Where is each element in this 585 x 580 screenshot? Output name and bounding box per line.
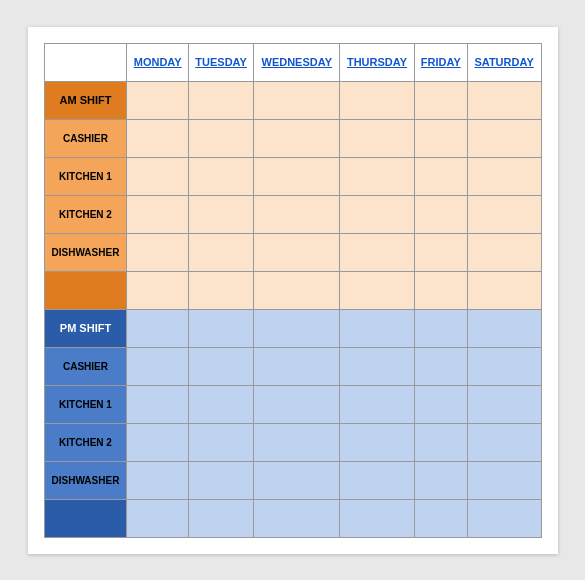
pm-cashier-tue[interactable] xyxy=(188,347,253,385)
pm-kitchen1-mon[interactable] xyxy=(127,385,188,423)
pm-kitchen1-fri[interactable] xyxy=(414,385,467,423)
col-header-thursday: THURSDAY xyxy=(340,43,415,81)
am-shift-sat[interactable] xyxy=(467,81,541,119)
pm-extra-thu[interactable] xyxy=(340,499,415,537)
am-dishwasher-tue[interactable] xyxy=(188,233,253,271)
pm-kitchen2-fri[interactable] xyxy=(414,423,467,461)
schedule-table: MONDAY TUESDAY WEDNESDAY THURSDAY FRIDAY… xyxy=(44,43,542,538)
am-extra-wed[interactable] xyxy=(254,271,340,309)
am-kitchen1-sat[interactable] xyxy=(467,157,541,195)
pm-extra-tue[interactable] xyxy=(188,499,253,537)
pm-kitchen2-row: KITCHEN 2 xyxy=(44,423,541,461)
pm-extra-sat[interactable] xyxy=(467,499,541,537)
am-dishwasher-label: DISHWASHER xyxy=(44,233,127,271)
pm-cashier-sat[interactable] xyxy=(467,347,541,385)
am-kitchen2-sat[interactable] xyxy=(467,195,541,233)
pm-dishwasher-mon[interactable] xyxy=(127,461,188,499)
pm-cashier-thu[interactable] xyxy=(340,347,415,385)
pm-kitchen2-wed[interactable] xyxy=(254,423,340,461)
pm-kitchen2-sat[interactable] xyxy=(467,423,541,461)
pm-kitchen2-thu[interactable] xyxy=(340,423,415,461)
pm-shift-label: PM SHIFT xyxy=(44,309,127,347)
am-kitchen1-mon[interactable] xyxy=(127,157,188,195)
am-cashier-thu[interactable] xyxy=(340,119,415,157)
pm-dishwasher-sat[interactable] xyxy=(467,461,541,499)
pm-cashier-wed[interactable] xyxy=(254,347,340,385)
pm-kitchen2-tue[interactable] xyxy=(188,423,253,461)
am-extra-thu[interactable] xyxy=(340,271,415,309)
pm-extra-wed[interactable] xyxy=(254,499,340,537)
am-kitchen1-fri[interactable] xyxy=(414,157,467,195)
am-kitchen2-row: KITCHEN 2 xyxy=(44,195,541,233)
am-cashier-fri[interactable] xyxy=(414,119,467,157)
am-shift-mon[interactable] xyxy=(127,81,188,119)
pm-extra-row xyxy=(44,499,541,537)
am-kitchen1-tue[interactable] xyxy=(188,157,253,195)
pm-dishwasher-row: DISHWASHER xyxy=(44,461,541,499)
am-dishwasher-fri[interactable] xyxy=(414,233,467,271)
pm-extra-fri[interactable] xyxy=(414,499,467,537)
am-kitchen1-thu[interactable] xyxy=(340,157,415,195)
am-kitchen2-mon[interactable] xyxy=(127,195,188,233)
am-kitchen1-wed[interactable] xyxy=(254,157,340,195)
pm-extra-label xyxy=(44,499,127,537)
pm-shift-row: PM SHIFT xyxy=(44,309,541,347)
pm-dishwasher-tue[interactable] xyxy=(188,461,253,499)
am-extra-row xyxy=(44,271,541,309)
am-cashier-wed[interactable] xyxy=(254,119,340,157)
col-header-wednesday: WEDNESDAY xyxy=(254,43,340,81)
am-kitchen2-thu[interactable] xyxy=(340,195,415,233)
am-kitchen1-label: KITCHEN 1 xyxy=(44,157,127,195)
am-extra-mon[interactable] xyxy=(127,271,188,309)
col-header-tuesday: TUESDAY xyxy=(188,43,253,81)
am-dishwasher-sat[interactable] xyxy=(467,233,541,271)
pm-shift-tue[interactable] xyxy=(188,309,253,347)
pm-shift-mon[interactable] xyxy=(127,309,188,347)
am-dishwasher-wed[interactable] xyxy=(254,233,340,271)
pm-extra-mon[interactable] xyxy=(127,499,188,537)
am-dishwasher-mon[interactable] xyxy=(127,233,188,271)
pm-cashier-row: CASHIER xyxy=(44,347,541,385)
am-kitchen2-wed[interactable] xyxy=(254,195,340,233)
am-shift-row: AM SHIFT xyxy=(44,81,541,119)
am-cashier-sat[interactable] xyxy=(467,119,541,157)
am-kitchen1-row: KITCHEN 1 xyxy=(44,157,541,195)
am-extra-tue[interactable] xyxy=(188,271,253,309)
pm-dishwasher-thu[interactable] xyxy=(340,461,415,499)
pm-shift-thu[interactable] xyxy=(340,309,415,347)
am-dishwasher-row: DISHWASHER xyxy=(44,233,541,271)
pm-shift-wed[interactable] xyxy=(254,309,340,347)
pm-kitchen1-thu[interactable] xyxy=(340,385,415,423)
pm-dishwasher-fri[interactable] xyxy=(414,461,467,499)
col-header-empty xyxy=(44,43,127,81)
am-shift-wed[interactable] xyxy=(254,81,340,119)
am-shift-tue[interactable] xyxy=(188,81,253,119)
am-cashier-label: CASHIER xyxy=(44,119,127,157)
pm-dishwasher-wed[interactable] xyxy=(254,461,340,499)
am-dishwasher-thu[interactable] xyxy=(340,233,415,271)
am-kitchen2-tue[interactable] xyxy=(188,195,253,233)
am-cashier-row: CASHIER xyxy=(44,119,541,157)
am-shift-thu[interactable] xyxy=(340,81,415,119)
pm-kitchen2-mon[interactable] xyxy=(127,423,188,461)
am-kitchen2-fri[interactable] xyxy=(414,195,467,233)
col-header-monday: MONDAY xyxy=(127,43,188,81)
pm-kitchen1-tue[interactable] xyxy=(188,385,253,423)
pm-cashier-mon[interactable] xyxy=(127,347,188,385)
col-header-friday: FRIDAY xyxy=(414,43,467,81)
pm-shift-sat[interactable] xyxy=(467,309,541,347)
schedule-page: MONDAY TUESDAY WEDNESDAY THURSDAY FRIDAY… xyxy=(28,27,558,554)
am-cashier-mon[interactable] xyxy=(127,119,188,157)
am-extra-fri[interactable] xyxy=(414,271,467,309)
pm-cashier-fri[interactable] xyxy=(414,347,467,385)
am-shift-label: AM SHIFT xyxy=(44,81,127,119)
am-extra-sat[interactable] xyxy=(467,271,541,309)
pm-shift-fri[interactable] xyxy=(414,309,467,347)
am-shift-fri[interactable] xyxy=(414,81,467,119)
am-cashier-tue[interactable] xyxy=(188,119,253,157)
am-extra-label xyxy=(44,271,127,309)
pm-kitchen2-label: KITCHEN 2 xyxy=(44,423,127,461)
pm-dishwasher-label: DISHWASHER xyxy=(44,461,127,499)
pm-kitchen1-sat[interactable] xyxy=(467,385,541,423)
pm-kitchen1-wed[interactable] xyxy=(254,385,340,423)
